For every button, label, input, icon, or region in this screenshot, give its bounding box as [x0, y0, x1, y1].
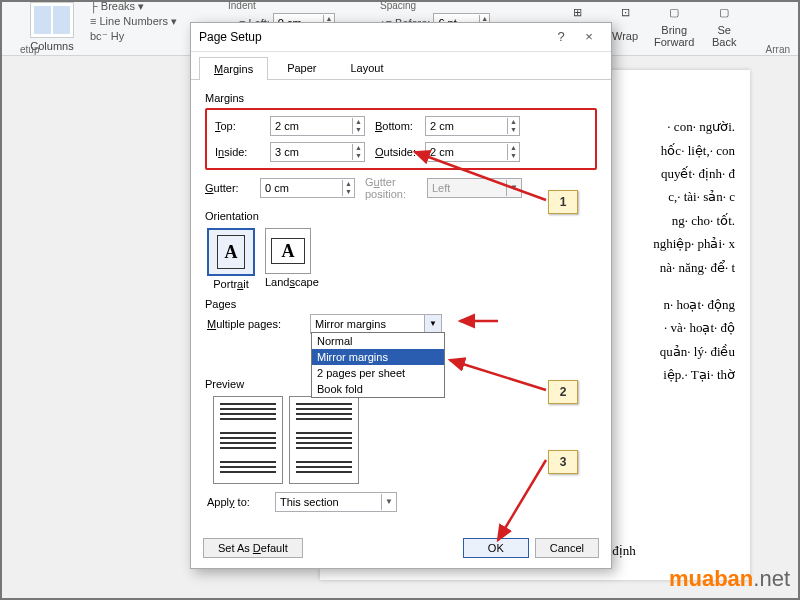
ribbon-send-back[interactable]: ▢Se Back [712, 6, 736, 48]
orientation-portrait[interactable]: A Portrait [207, 228, 255, 290]
label-top: Top: [215, 120, 270, 132]
chevron-down-icon[interactable]: ▼ [424, 315, 441, 333]
app-background: Columns ├ Breaks ▾ ≡ Line Numbers ▾ bc⁻ … [0, 0, 800, 600]
help-button[interactable]: ? [547, 23, 575, 51]
callout-3: 3 [548, 450, 578, 474]
label-bottom: Bottom: [375, 120, 425, 132]
ok-button[interactable]: OK [463, 538, 529, 558]
ribbon-group-label-arrange: Arran [766, 44, 790, 55]
tab-paper[interactable]: Paper [272, 56, 331, 79]
margin-bottom-input[interactable]: ▲▼ [425, 116, 520, 136]
dropdown-option-two-pages[interactable]: 2 pages per sheet [312, 365, 444, 381]
dropdown-option-mirror[interactable]: Mirror margins [312, 349, 444, 365]
ribbon-bring-forward[interactable]: ▢Bring Forward [654, 6, 694, 48]
set-default-button[interactable]: Set As Default [203, 538, 303, 558]
preview-page-right [289, 396, 359, 484]
orientation-label: Orientation [205, 210, 597, 222]
dialog-title: Page Setup [199, 23, 547, 51]
gutter-position-select: Left▼ [427, 178, 522, 198]
dropdown-option-normal[interactable]: Normal [312, 333, 444, 349]
tab-layout[interactable]: Layout [336, 56, 399, 79]
ribbon-page-setup-extras[interactable]: ├ Breaks ▾ ≡ Line Numbers ▾ bc⁻ Hy [90, 0, 177, 43]
preview-page-left [213, 396, 283, 484]
margins-highlight-box: Top: ▲▼ Bottom: ▲▼ Inside: ▲▼ Outside: ▲… [205, 108, 597, 170]
margin-outside-input[interactable]: ▲▼ [425, 142, 520, 162]
multiple-pages-select[interactable]: Mirror margins▼ [310, 314, 442, 334]
dialog-footer: Set As Default OK Cancel [191, 532, 611, 568]
dialog-tabs: MMarginsargins Paper Layout [191, 52, 611, 80]
callout-1: 1 [548, 190, 578, 214]
margin-top-input[interactable]: ▲▼ [270, 116, 365, 136]
tab-margins[interactable]: MMarginsargins [199, 57, 268, 80]
apply-to-select[interactable]: This section▼ [275, 492, 397, 512]
orientation-landscape[interactable]: A Landscape [265, 228, 319, 290]
close-button[interactable]: × [575, 23, 603, 51]
ribbon-wrap[interactable]: ⊡Wrap [612, 6, 638, 42]
multiple-pages-dropdown[interactable]: Normal Mirror margins 2 pages per sheet … [311, 332, 445, 398]
dialog-titlebar[interactable]: Page Setup ? × [191, 23, 611, 52]
cancel-button[interactable]: Cancel [535, 538, 599, 558]
preview-pane [213, 396, 597, 484]
callout-2: 2 [548, 380, 578, 404]
watermark: muaban.net [669, 566, 790, 592]
ribbon-group-label-setup: etup [20, 44, 39, 55]
label-outside: Outside: [375, 146, 425, 158]
label-apply-to: Apply to: [207, 496, 267, 508]
dropdown-option-book-fold[interactable]: Book fold [312, 381, 444, 397]
label-gutter-position: Gutter position: [365, 176, 427, 200]
gutter-input[interactable]: ▲▼ [260, 178, 355, 198]
pages-label: Pages [205, 298, 597, 310]
label-gutter: Gutter: [205, 182, 260, 194]
page-setup-dialog: Page Setup ? × MMarginsargins Paper Layo… [190, 22, 612, 569]
margins-group-label: Margins [205, 92, 597, 104]
label-multiple-pages: Multiple pages: [207, 318, 302, 330]
margin-inside-input[interactable]: ▲▼ [270, 142, 365, 162]
label-inside: Inside: [215, 146, 270, 158]
